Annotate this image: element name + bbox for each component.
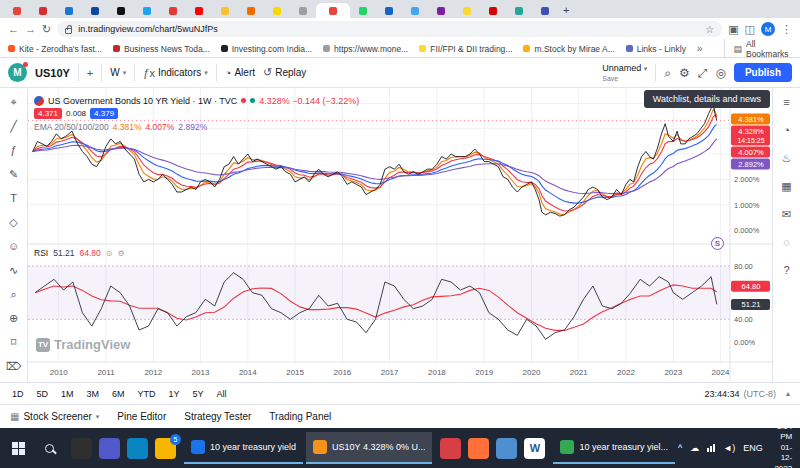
browser-tab[interactable] (30, 3, 56, 18)
new-tab-button[interactable]: + (563, 3, 569, 18)
fullscreen-icon[interactable]: ⤢ (698, 66, 708, 80)
browser-tab[interactable] (376, 3, 402, 18)
fib-icon[interactable]: ƒ (4, 142, 24, 158)
browser-tab[interactable] (212, 3, 238, 18)
browser-tab[interactable] (264, 3, 290, 18)
replay-button[interactable]: ↺Replay (263, 66, 306, 79)
indicator-sync-icon[interactable]: S (711, 237, 724, 250)
pattern-icon[interactable]: ◇ (4, 214, 24, 230)
gear-icon[interactable]: ⚙ (117, 249, 124, 258)
browser-tab[interactable] (290, 3, 316, 18)
ema-legend-label[interactable]: EMA 20/50/100/200 (34, 122, 109, 132)
measure-icon[interactable]: ∿ (4, 262, 24, 278)
calculator-icon[interactable] (496, 438, 517, 459)
start-button[interactable] (4, 432, 32, 464)
browser-tab[interactable] (428, 3, 454, 18)
calendar-icon[interactable]: ▦ (777, 178, 797, 194)
forward-icon[interactable]: → (25, 24, 36, 35)
tab-trading-panel[interactable]: Trading Panel (269, 411, 331, 422)
lock-icon[interactable]: ⌑ (4, 334, 24, 350)
volume-icon[interactable]: ◄) (723, 443, 735, 453)
magnet-icon[interactable]: ⊕ (4, 310, 24, 326)
snapshot-camera-icon[interactable]: ◎ (715, 66, 725, 80)
timeframe-button[interactable]: 5Y (191, 388, 206, 400)
browser-tab[interactable] (82, 3, 108, 18)
symbol-search-button[interactable]: US10Y (35, 67, 70, 79)
browser-tab[interactable] (56, 3, 82, 18)
edge-icon[interactable] (127, 438, 148, 459)
bookmark-item[interactable]: Kite - Zerodha's fast... (8, 44, 102, 54)
settings-gear-icon[interactable]: ⚙ (679, 66, 690, 80)
zoom-icon[interactable]: ⌕ (4, 286, 24, 302)
chart-title[interactable]: US Government Bonds 10 YR Yield · 1W · T… (48, 96, 237, 106)
browser-tab[interactable] (402, 3, 428, 18)
user-avatar[interactable]: M (8, 63, 27, 82)
word-icon[interactable]: W (524, 438, 545, 459)
panel-collapse-icon[interactable]: ▴ (786, 389, 790, 398)
browser-tab[interactable] (454, 3, 480, 18)
profile-avatar[interactable]: M (761, 22, 775, 36)
indicators-button[interactable]: ƒxIndicators▾ (143, 67, 208, 79)
taskbar-window-3[interactable]: 10 year treasury yiel... (553, 432, 675, 464)
teams-icon[interactable] (99, 438, 120, 459)
bookmark-item[interactable]: m.Stock by Mirae A... (523, 44, 614, 54)
browser-tab[interactable] (316, 3, 350, 18)
side-panel-icon[interactable]: ▣ (728, 24, 738, 35)
tab-stock-screener[interactable]: ▦ Stock Screener ▾ (10, 411, 99, 422)
bookmark-item[interactable]: Business News Toda... (113, 44, 210, 54)
layout-name-button[interactable]: Unnamed ▾ Save (602, 64, 647, 82)
file-explorer-icon[interactable]: 5 (155, 438, 176, 459)
taskbar-window-1[interactable]: 10 year treasury yield (184, 432, 303, 464)
browser-tab[interactable] (160, 3, 186, 18)
url-input[interactable]: in.tradingview.com/chart/5wuNJfPs ☆ (57, 21, 722, 37)
browser-tab[interactable] (238, 3, 264, 18)
timeframe-button[interactable]: All (215, 388, 229, 400)
delete-icon[interactable]: ⌦ (4, 358, 24, 374)
compare-button[interactable]: + (87, 67, 93, 79)
language-indicator[interactable]: ENG (743, 443, 763, 453)
sell-quote[interactable]: 4.371 (34, 108, 62, 119)
browser-tab[interactable] (532, 3, 558, 18)
bookmark-item[interactable]: https://www.mone... (323, 44, 408, 54)
onedrive-cloud-icon[interactable]: ☁ (690, 443, 699, 453)
tray-chevron-icon[interactable]: ^ (678, 443, 682, 453)
browser-tab[interactable] (134, 3, 160, 18)
taskbar-search-button[interactable] (35, 432, 63, 464)
alerts-icon[interactable]: ◔ (777, 122, 797, 138)
timeframe-button[interactable]: 6M (110, 388, 127, 400)
defender-icon[interactable] (440, 438, 461, 459)
buy-quote[interactable]: 4.379 (90, 108, 118, 119)
session-clock[interactable]: 23:44:34 (704, 389, 739, 399)
reload-icon[interactable]: ↻ (42, 24, 51, 35)
network-icon[interactable] (707, 444, 715, 452)
browser-tab[interactable] (350, 3, 376, 18)
timeframe-button[interactable]: 3M (85, 388, 102, 400)
all-bookmarks-button[interactable]: ▤ All Bookmarks (724, 39, 792, 59)
eye-icon[interactable]: ⊙ (106, 249, 113, 258)
tab-pine-editor[interactable]: Pine Editor (117, 411, 166, 422)
bookmark-item[interactable]: FII/FPI & DII trading... (419, 44, 512, 54)
browser-menu-icon[interactable]: ⋮ (781, 24, 792, 35)
browser-tab[interactable] (506, 3, 532, 18)
taskbar-clock[interactable]: 1:14 PM 01-12-2023 (771, 422, 793, 468)
hotlist-icon[interactable]: ♨ (777, 150, 797, 166)
bookmark-item[interactable]: Investing.com India... (221, 44, 312, 54)
extensions-icon[interactable]: ◫ (745, 24, 755, 35)
crosshair-icon[interactable]: ⌖ (4, 94, 24, 110)
timeframe-button[interactable]: 1Y (167, 388, 182, 400)
publish-button[interactable]: Publish (734, 63, 792, 82)
bookmark-star-icon[interactable]: ☆ (705, 24, 714, 35)
save-label[interactable]: Save (602, 75, 618, 82)
timeframe-button[interactable]: YTD (136, 388, 158, 400)
bookmark-item[interactable]: Links - Linkly (626, 44, 686, 54)
timezone-label[interactable]: (UTC-8) (743, 389, 776, 399)
emoji-icon[interactable]: ☺ (4, 238, 24, 254)
tab-strategy-tester[interactable]: Strategy Tester (184, 411, 251, 422)
chat-icon[interactable]: ◌ (777, 234, 797, 250)
watchlist-icon[interactable]: ≡ (777, 94, 797, 110)
browser-tab[interactable] (108, 3, 134, 18)
text-icon[interactable]: T (4, 190, 24, 206)
ideas-icon[interactable]: ✉ (777, 206, 797, 222)
quick-search-icon[interactable]: ⌕ (664, 66, 671, 80)
firefox-icon[interactable] (468, 438, 489, 459)
